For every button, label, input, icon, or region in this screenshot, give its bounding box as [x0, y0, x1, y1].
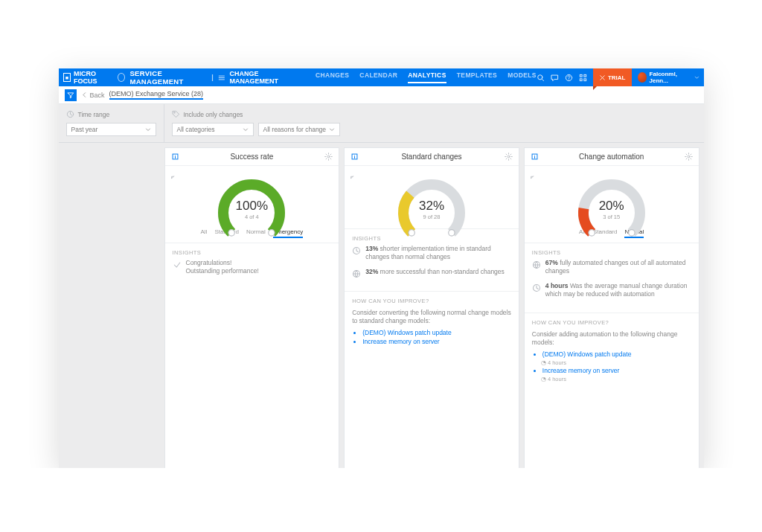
gauge-filter-tab[interactable]: All — [201, 228, 208, 238]
svg-point-20 — [228, 230, 234, 236]
user-menu[interactable]: Falconml, Jenn... — [638, 71, 699, 84]
clock-icon — [66, 110, 74, 118]
svg-point-3 — [538, 74, 542, 79]
category-value: All categories — [177, 126, 215, 133]
svg-point-21 — [269, 230, 275, 236]
user-name: Falconml, Jenn... — [650, 71, 691, 84]
improve-link-meta: 4 hours — [541, 376, 691, 384]
search-icon[interactable] — [537, 74, 545, 82]
include-label: Include only changes — [184, 111, 243, 118]
check-icon — [173, 260, 182, 269]
chevron-down-icon — [694, 74, 699, 80]
clock-icon — [532, 283, 541, 292]
breadcrumb-bar: Back (DEMO) Exchange Service (28) — [59, 86, 704, 104]
card-row: Success rate 100%4 of 4 AllStandardNorma… — [164, 143, 704, 468]
arrow-left-icon — [81, 92, 88, 98]
improve-link[interactable]: (DEMO) Windows patch update4 hours — [542, 350, 691, 367]
svg-rect-10 — [584, 78, 586, 80]
improve-hint: Consider converting the following normal… — [352, 309, 511, 326]
include-heading: Include only changes — [172, 110, 697, 118]
brand-block: ■ MICRO FOCUS — [63, 70, 126, 85]
hamburger-icon[interactable] — [218, 74, 225, 82]
trial-label: TRIAL — [608, 74, 626, 81]
insight-row: 67% fully automated changes out of all a… — [532, 259, 691, 276]
insight-text: Congratulations!Outstanding performance! — [186, 259, 259, 276]
nav-tab[interactable]: TEMPLATES — [457, 71, 497, 83]
analytics-card: Success rate 100%4 of 4 AllStandardNorma… — [164, 147, 340, 468]
nav-tab[interactable]: CALENDAR — [359, 71, 397, 83]
module-name: CHANGE MANAGEMENT — [229, 70, 299, 85]
card-title: Change automation — [579, 153, 644, 161]
insight-text: 32% more successful than non-standard ch… — [365, 268, 505, 278]
reason-select[interactable]: All reasons for change — [258, 123, 340, 136]
expand-icon[interactable] — [350, 172, 358, 179]
nav-tab[interactable]: ANALYTICS — [408, 71, 446, 83]
svg-rect-8 — [584, 74, 586, 77]
globe-icon — [352, 269, 361, 278]
improve-link[interactable]: (DEMO) Windows patch update — [362, 329, 511, 338]
improve-link[interactable]: Increase memory on server4 hours — [542, 367, 691, 383]
analytics-card: Standard changes 32%9 of 28 INSIGHTS 13%… — [344, 147, 519, 468]
back-link[interactable]: Back — [81, 92, 105, 99]
app-name: SERVICE MANAGEMENT — [129, 69, 207, 86]
info-icon[interactable] — [171, 153, 179, 161]
svg-line-4 — [542, 79, 544, 80]
help-icon[interactable] — [565, 74, 573, 82]
chevron-down-icon — [243, 126, 249, 132]
improve-section: HOW CAN YOU IMPROVE? Consider adding aut… — [525, 313, 699, 391]
chevron-down-icon — [329, 126, 335, 132]
filter-toggle-button[interactable] — [65, 89, 77, 101]
time-range-heading: Time range — [66, 110, 156, 118]
gauge-chart: 20%3 of 15 — [571, 172, 653, 225]
svg-point-37 — [589, 230, 595, 236]
apps-icon[interactable] — [579, 74, 587, 82]
improve-heading: HOW CAN YOU IMPROVE? — [352, 298, 511, 304]
gear-icon[interactable] — [324, 153, 333, 161]
improve-section: HOW CAN YOU IMPROVE? Consider converting… — [345, 291, 519, 354]
expand-icon[interactable] — [531, 172, 538, 179]
time-range-select[interactable]: Past year — [66, 123, 156, 136]
insight-row: Congratulations!Outstanding performance! — [173, 259, 332, 276]
tag-icon — [172, 110, 180, 118]
app-frame: ■ MICRO FOCUS SERVICE MANAGEMENT | CHANG… — [59, 68, 704, 468]
info-icon[interactable] — [531, 153, 539, 161]
nav-tab[interactable]: MODELS — [508, 71, 537, 83]
card-title: Success rate — [230, 153, 273, 161]
svg-rect-9 — [580, 78, 582, 80]
nav-separator: | — [211, 74, 214, 81]
filter-icon — [67, 92, 74, 99]
gear-icon[interactable] — [505, 153, 513, 161]
trial-badge[interactable]: TRIAL — [593, 68, 632, 86]
svg-point-25 — [508, 156, 510, 158]
svg-point-28 — [449, 230, 455, 236]
chat-icon[interactable] — [551, 74, 559, 82]
category-select[interactable]: All categories — [172, 123, 254, 136]
globe-icon — [532, 260, 541, 269]
improve-hint: Consider adding automation to the follow… — [532, 330, 691, 347]
card-title: Standard changes — [401, 153, 461, 161]
brand-logo-icon: ■ — [63, 73, 71, 82]
gear-icon[interactable] — [685, 153, 693, 161]
svg-point-38 — [628, 230, 634, 236]
insight-text: 67% fully automated changes out of all a… — [545, 259, 691, 276]
close-icon — [599, 74, 606, 81]
time-range-value: Past year — [71, 126, 98, 133]
back-label: Back — [90, 92, 105, 99]
main-area: Success rate 100%4 of 4 AllStandardNorma… — [59, 143, 704, 468]
info-icon[interactable] — [350, 153, 359, 161]
improve-link-meta: 4 hours — [541, 359, 691, 368]
svg-point-14 — [173, 112, 174, 113]
expand-icon[interactable] — [171, 172, 179, 179]
avatar — [638, 72, 647, 83]
gauge-chart: 100%4 of 4 — [211, 172, 292, 225]
time-range-label: Time range — [78, 111, 110, 118]
clock-icon — [352, 246, 361, 254]
breadcrumb-title[interactable]: (DEMO) Exchange Service (28) — [109, 90, 204, 100]
improve-heading: HOW CAN YOU IMPROVE? — [532, 319, 691, 326]
nav-tab[interactable]: CHANGES — [316, 71, 349, 83]
filter-bar: Time range Past year Include only change… — [59, 104, 704, 143]
improve-link[interactable]: Increase memory on server — [362, 338, 511, 347]
analytics-card: Change automation 20%3 of 15 AllStandard… — [524, 147, 699, 468]
brand-text: MICRO FOCUS — [74, 70, 115, 85]
insight-row: 4 hours Was the average manual change du… — [532, 282, 691, 299]
